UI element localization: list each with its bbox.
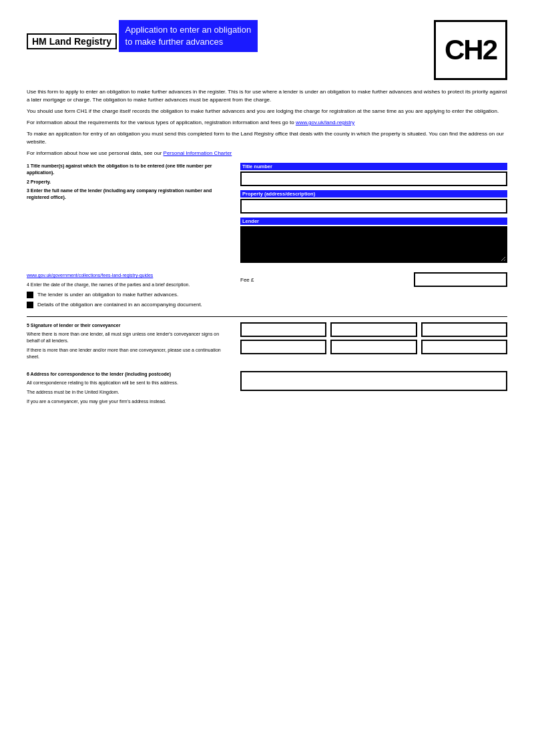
panel2-desc: 2 Property. bbox=[27, 179, 227, 185]
lender-input[interactable] bbox=[240, 226, 507, 263]
signature-row1 bbox=[240, 322, 507, 337]
address-desc: All correspondence relating to this appl… bbox=[27, 380, 227, 386]
personal-info-link[interactable]: Personal Information Charter bbox=[164, 150, 232, 156]
fee-input-right: Fee £ bbox=[240, 272, 507, 311]
date-input1[interactable] bbox=[421, 322, 507, 337]
intro-para4: To make an application for entry of an o… bbox=[27, 130, 507, 146]
property-input[interactable] bbox=[240, 199, 507, 214]
signature-section: 5 Signature of lender or their conveyanc… bbox=[27, 322, 507, 363]
checkbox-row2: Details of the obligation are contained … bbox=[27, 301, 227, 309]
signature-input1[interactable] bbox=[240, 322, 326, 337]
checkbox2[interactable] bbox=[27, 302, 33, 308]
signature-desc: Where there is more than one lender, all… bbox=[27, 331, 227, 344]
panel-descriptions-left: 1 Title number(s) against which the obli… bbox=[27, 163, 227, 267]
signature-inputs-right bbox=[240, 322, 507, 363]
title-number-label: Title number bbox=[240, 163, 507, 170]
panel3-desc: 3 Enter the full name of the lender (inc… bbox=[27, 187, 227, 201]
fee-desc: 4 Enter the date of the charge, the name… bbox=[27, 282, 227, 288]
fees-link[interactable]: www.gov.uk/government/collections/fees-l… bbox=[27, 273, 153, 278]
address-input[interactable] bbox=[240, 371, 507, 391]
fees-link-text: www.gov.uk/government/collections/fees-l… bbox=[27, 272, 227, 279]
name-address-input1[interactable] bbox=[330, 322, 417, 337]
name-address-input2[interactable] bbox=[330, 340, 417, 354]
title-number-input[interactable] bbox=[240, 171, 507, 186]
intro-para5: For information about how we use persona… bbox=[27, 149, 507, 157]
signature-row2 bbox=[240, 340, 507, 354]
checkbox2-label: Details of the obligation are contained … bbox=[37, 301, 202, 309]
address-input-right bbox=[240, 371, 507, 408]
form-body: 1 Title number(s) against which the obli… bbox=[27, 163, 507, 408]
address-desc2: The address must be in the United Kingdo… bbox=[27, 389, 227, 396]
intro-section: Use this form to apply to enter an oblig… bbox=[27, 88, 507, 157]
intro-para3: For information about the requirements f… bbox=[27, 119, 507, 127]
signature-input2[interactable] bbox=[240, 340, 326, 354]
signature-desc2: If there is more than one lender and/or … bbox=[27, 347, 227, 360]
date-input2[interactable] bbox=[421, 340, 507, 354]
lender-label: Lender bbox=[240, 218, 507, 225]
org-name: HM Land Registry bbox=[27, 33, 117, 49]
panel1-desc: 1 Title number(s) against which the obli… bbox=[27, 163, 227, 176]
land-registry-link[interactable]: www.gov.uk/land-registry bbox=[296, 119, 354, 125]
signature-desc-left: 5 Signature of lender or their conveyanc… bbox=[27, 322, 227, 363]
app-title: Application to enter an obligation to ma… bbox=[119, 20, 258, 52]
address-desc-left: 6 Address for correspondence to the lend… bbox=[27, 371, 227, 408]
fee-section-row: www.gov.uk/government/collections/fees-l… bbox=[27, 272, 507, 311]
header-left: HM Land Registry Application to enter an… bbox=[27, 20, 258, 52]
checkbox-row1: The lender is under an obligation to mak… bbox=[27, 291, 227, 299]
signature-title: 5 Signature of lender or their conveyanc… bbox=[27, 322, 227, 329]
top-form-row: 1 Title number(s) against which the obli… bbox=[27, 163, 507, 267]
checkbox1[interactable] bbox=[27, 292, 33, 298]
intro-para2: You should use form CH1 if the charge it… bbox=[27, 107, 507, 115]
page-header: HM Land Registry Application to enter an… bbox=[27, 20, 507, 80]
fee-input[interactable] bbox=[414, 272, 507, 287]
panel-inputs-right: Title number Property (address/descripti… bbox=[240, 163, 507, 267]
property-label: Property (address/description) bbox=[240, 190, 507, 198]
fee-label: Fee £ bbox=[240, 277, 409, 283]
checkbox1-label: The lender is under an obligation to mak… bbox=[37, 291, 178, 299]
intro-para1: Use this form to apply to enter an oblig… bbox=[27, 88, 507, 104]
address-section: 6 Address for correspondence to the lend… bbox=[27, 371, 507, 408]
fee-desc-left: www.gov.uk/government/collections/fees-l… bbox=[27, 272, 227, 311]
address-desc3: If you are a conveyancer, you may give y… bbox=[27, 398, 227, 405]
address-title: 6 Address for correspondence to the lend… bbox=[27, 371, 227, 378]
fee-row: Fee £ bbox=[240, 272, 507, 287]
section-divider1 bbox=[27, 316, 507, 317]
ch2-logo: CH2 bbox=[434, 20, 507, 80]
